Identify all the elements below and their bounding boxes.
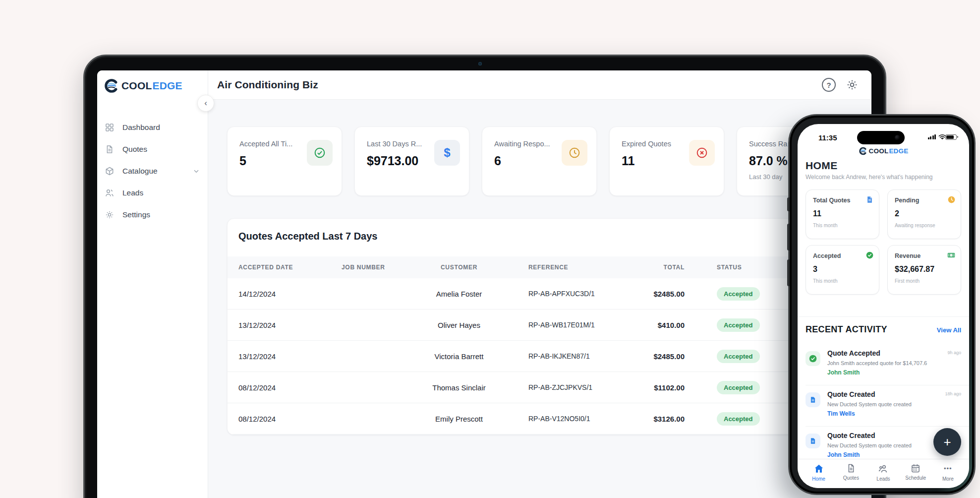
nav-item-schedule[interactable]: Schedule bbox=[901, 463, 930, 488]
sidebar-item-quotes[interactable]: Quotes bbox=[97, 138, 208, 160]
stat-sublabel: This month bbox=[813, 223, 873, 228]
nav-item-home[interactable]: Home bbox=[805, 463, 833, 488]
document-icon bbox=[806, 434, 820, 448]
document-icon bbox=[806, 392, 820, 407]
phone-stat-cards: Total Quotes 11 This month Pending 2 Awa… bbox=[806, 189, 961, 295]
check-circle-icon bbox=[307, 140, 333, 166]
cell-customer: Oliver Hayes bbox=[407, 321, 511, 329]
phone-bottom-nav: Home Quotes Leads Schedule ••• More bbox=[798, 459, 969, 488]
tablet-header: Air Conditioning Biz ? bbox=[208, 70, 871, 100]
activity-item-quote-accepted[interactable]: Quote Accepted 9h ago John Smith accepte… bbox=[806, 348, 961, 381]
help-button[interactable]: ? bbox=[822, 78, 836, 92]
nav-label: Schedule bbox=[905, 475, 926, 481]
cell-total: $3126.00 bbox=[645, 415, 704, 423]
stat-label: Accepted bbox=[813, 252, 873, 259]
stat-card-awaiting-response: Awaiting Respo... 6 bbox=[482, 126, 597, 196]
x-circle-icon bbox=[689, 140, 715, 166]
cell-reference: RP-AB-IKJKEN87/1 bbox=[511, 352, 645, 360]
page-title: Air Conditioning Biz bbox=[217, 79, 318, 91]
cell-accepted-date: 14/12/2024 bbox=[238, 290, 338, 298]
phone-volume-up-button bbox=[787, 224, 790, 250]
stat-label: Accepted All Ti... bbox=[239, 140, 314, 148]
phone-cooledge-logo: COOLEDGE bbox=[798, 147, 969, 155]
cooledge-logo-icon bbox=[104, 78, 118, 93]
section-divider bbox=[798, 316, 969, 319]
cell-customer: Victoria Barrett bbox=[407, 352, 511, 361]
status-badge: Accepted bbox=[717, 381, 760, 394]
phone-status-bar: 11:35 bbox=[798, 129, 969, 146]
phone-stat-card-accepted: Accepted 3 This month bbox=[806, 245, 879, 295]
column-header: REFERENCE bbox=[511, 264, 645, 271]
gear-icon bbox=[846, 78, 859, 91]
stat-label: Revenue bbox=[895, 252, 955, 259]
stat-card-accepted-all-time: Accepted All Ti... 5 bbox=[227, 126, 342, 196]
stat-sublabel: Awaiting response bbox=[895, 223, 955, 228]
activity-person-link[interactable]: John Smith bbox=[827, 369, 860, 376]
table-row[interactable]: 13/12/2024 Victoria Barrett RP-AB-IKJKEN… bbox=[228, 341, 855, 372]
cell-accepted-date: 08/12/2024 bbox=[238, 383, 338, 392]
stat-value: 3 bbox=[813, 265, 873, 274]
check-circle-icon bbox=[806, 351, 820, 366]
cooledge-logo-icon bbox=[859, 147, 867, 155]
activity-person-link[interactable]: Tim Wells bbox=[827, 410, 855, 417]
table-row[interactable]: 08/12/2024 Emily Prescott RP-AB-V12NO5I0… bbox=[228, 403, 855, 435]
sidebar-item-leads[interactable]: Leads bbox=[97, 182, 208, 204]
tablet-camera-dot bbox=[478, 62, 482, 65]
stat-value: 2 bbox=[895, 209, 955, 218]
sidebar-collapse-button[interactable]: ‹ bbox=[197, 95, 214, 112]
nav-item-quotes[interactable]: Quotes bbox=[837, 463, 865, 488]
column-header: TOTAL bbox=[645, 264, 704, 271]
add-quote-fab[interactable]: + bbox=[933, 428, 961, 456]
table-title: Quotes Accepted Last 7 Days bbox=[238, 231, 377, 242]
logo-text-cool: COOL bbox=[869, 147, 889, 155]
plus-icon: + bbox=[943, 435, 951, 450]
sidebar-item-catalogue[interactable]: Catalogue bbox=[97, 160, 208, 182]
cell-customer: Thomas Sinclair bbox=[407, 383, 511, 392]
phone-screen: 11:35 COOLEDGE HOME Welcome back Andrew,… bbox=[798, 124, 969, 488]
cell-customer: Amelia Foster bbox=[407, 290, 511, 298]
chevron-down-icon bbox=[192, 167, 200, 175]
sidebar-item-label: Catalogue bbox=[122, 167, 158, 176]
table-header-row: ACCEPTED DATE JOB NUMBER CUSTOMER REFERE… bbox=[228, 256, 855, 278]
sidebar-item-label: Settings bbox=[122, 210, 150, 219]
view-all-link[interactable]: View All bbox=[937, 326, 961, 334]
collapse-chevron-icon: ‹ bbox=[204, 98, 207, 108]
sidebar-item-settings[interactable]: Settings bbox=[97, 204, 208, 226]
stat-card-expired-quotes: Expired Quotes 11 bbox=[609, 126, 724, 196]
settings-button[interactable] bbox=[846, 78, 859, 91]
table-row[interactable]: 13/12/2024 Oliver Hayes RP-AB-WB17E01M/1… bbox=[228, 310, 855, 341]
table-row[interactable]: 14/12/2024 Amelia Foster RP-AB-APFXUC3D/… bbox=[228, 278, 855, 310]
cell-reference: RP-AB-WB17E01M/1 bbox=[511, 321, 645, 329]
sidebar-item-dashboard[interactable]: Dashboard bbox=[97, 117, 208, 138]
gear-icon bbox=[105, 210, 115, 220]
cell-total: $410.00 bbox=[645, 321, 704, 329]
wifi-icon bbox=[938, 134, 943, 140]
tablet-screen: COOLEDGE Dashboard Quotes Catalogue bbox=[97, 70, 871, 498]
cell-accepted-date: 08/12/2024 bbox=[238, 415, 338, 423]
activity-item-quote-created[interactable]: Quote Created 18h ago New Ducted System … bbox=[806, 389, 961, 422]
logo-text-edge: EDGE bbox=[152, 80, 182, 92]
check-circle-icon bbox=[866, 251, 873, 261]
calendar-icon bbox=[911, 463, 921, 473]
phone-welcome-text: Welcome back Andrew, here's what's happe… bbox=[806, 174, 933, 181]
camera-lens bbox=[895, 135, 900, 140]
quotes-table-card: Quotes Accepted Last 7 Days ACCEPTED DAT… bbox=[227, 218, 856, 435]
document-icon bbox=[846, 463, 856, 473]
nav-item-leads[interactable]: Leads bbox=[869, 463, 898, 488]
stat-sublabel: First month bbox=[895, 278, 955, 284]
nav-item-more[interactable]: ••• More bbox=[933, 463, 962, 488]
phone-stat-card-pending: Pending 2 Awaiting response bbox=[887, 189, 961, 239]
divider bbox=[806, 426, 969, 427]
cell-reference: RP-AB-APFXUC3D/1 bbox=[511, 290, 645, 298]
table-row[interactable]: 08/12/2024 Thomas Sinclair RP-AB-ZJCJPKV… bbox=[228, 372, 855, 403]
home-icon bbox=[813, 463, 824, 474]
more-dots-icon: ••• bbox=[944, 463, 952, 474]
status-time: 11:35 bbox=[818, 133, 837, 142]
activity-person-link[interactable]: John Smith bbox=[827, 451, 860, 458]
logo-text-cool: COOL bbox=[121, 80, 152, 92]
activity-time: 18h ago bbox=[945, 391, 961, 396]
cooledge-logo: COOLEDGE bbox=[104, 78, 182, 93]
stat-label: Awaiting Respo... bbox=[494, 140, 569, 148]
cell-accepted-date: 13/12/2024 bbox=[238, 352, 338, 361]
battery-icon bbox=[945, 134, 957, 140]
